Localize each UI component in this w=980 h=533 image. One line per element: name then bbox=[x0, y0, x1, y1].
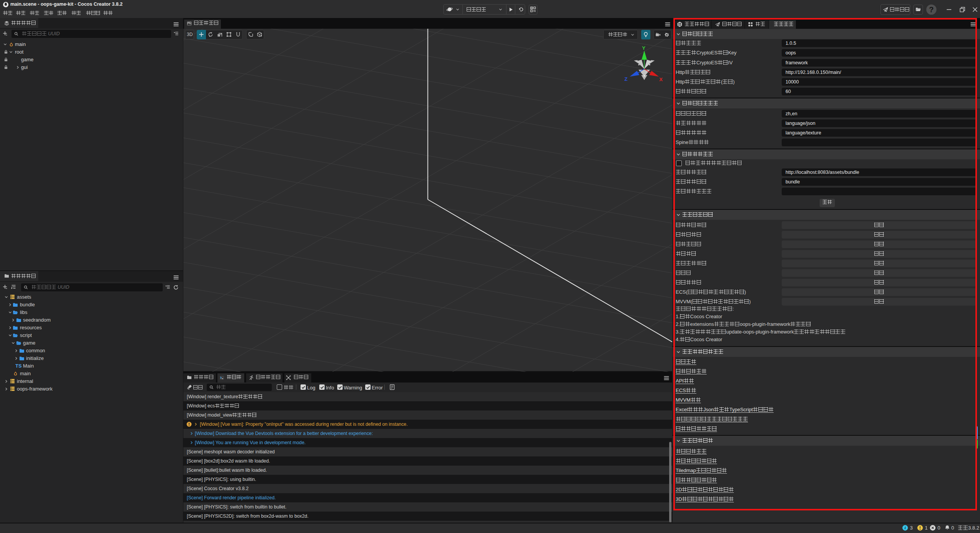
svg-text:X: X bbox=[659, 77, 663, 82]
svg-text:Z: Z bbox=[624, 76, 627, 82]
svg-text:Y: Y bbox=[642, 45, 645, 51]
